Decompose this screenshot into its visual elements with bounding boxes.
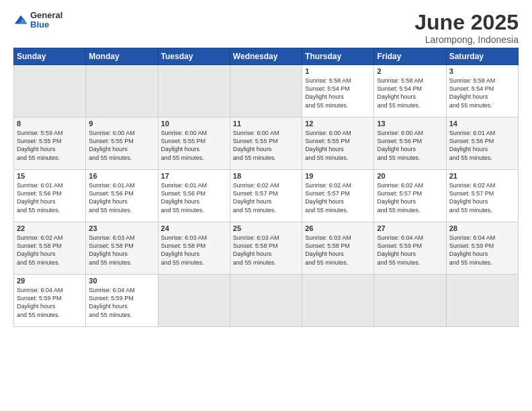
day-info: Sunrise: 6:00 AM Sunset: 5:55 PM Dayligh…: [89, 129, 154, 162]
table-row: 10 Sunrise: 6:00 AM Sunset: 5:55 PM Dayl…: [158, 118, 230, 170]
day-info: Sunrise: 6:01 AM Sunset: 5:56 PM Dayligh…: [161, 181, 227, 214]
day-number: 30: [89, 277, 154, 285]
table-row: 30 Sunrise: 6:04 AM Sunset: 5:59 PM Dayl…: [86, 275, 158, 327]
day-info: Sunrise: 6:04 AM Sunset: 5:59 PM Dayligh…: [449, 234, 515, 267]
day-number: 11: [233, 120, 299, 128]
calendar-week-row: 29 Sunrise: 6:04 AM Sunset: 5:59 PM Dayl…: [14, 275, 519, 327]
day-info: Sunrise: 6:00 AM Sunset: 5:56 PM Dayligh…: [377, 129, 443, 162]
day-number: 26: [305, 224, 371, 232]
day-info: Sunrise: 6:00 AM Sunset: 5:55 PM Dayligh…: [305, 129, 371, 162]
day-number: 12: [305, 120, 371, 128]
col-monday: Monday: [86, 48, 158, 65]
day-info: Sunrise: 5:59 AM Sunset: 5:55 PM Dayligh…: [17, 129, 83, 162]
table-row: [302, 275, 374, 327]
col-friday: Friday: [374, 48, 446, 65]
day-info: Sunrise: 6:03 AM Sunset: 5:58 PM Dayligh…: [305, 234, 371, 267]
day-info: Sunrise: 6:02 AM Sunset: 5:57 PM Dayligh…: [449, 181, 515, 214]
day-number: 14: [449, 120, 515, 128]
calendar-week-row: 1 Sunrise: 5:58 AM Sunset: 5:54 PM Dayli…: [14, 65, 519, 118]
table-row: 8 Sunrise: 5:59 AM Sunset: 5:55 PM Dayli…: [14, 118, 86, 170]
location-title: Larompong, Indonesia: [13, 34, 519, 45]
day-number: 16: [89, 172, 154, 180]
table-row: [374, 275, 446, 327]
day-number: 2: [377, 67, 443, 75]
day-number: 25: [233, 224, 299, 232]
header-right: June 2025 Larompong, Indonesia: [13, 11, 519, 45]
day-info: Sunrise: 6:04 AM Sunset: 5:59 PM Dayligh…: [17, 286, 83, 319]
day-info: Sunrise: 6:00 AM Sunset: 5:55 PM Dayligh…: [161, 129, 227, 162]
col-tuesday: Tuesday: [158, 48, 230, 65]
day-number: 20: [377, 172, 443, 180]
table-row: 1 Sunrise: 5:58 AM Sunset: 5:54 PM Dayli…: [302, 65, 374, 118]
table-row: 27 Sunrise: 6:04 AM Sunset: 5:59 PM Dayl…: [374, 222, 446, 275]
day-info: Sunrise: 6:02 AM Sunset: 5:57 PM Dayligh…: [233, 181, 299, 214]
logo-blue-text: Blue: [30, 20, 62, 30]
col-wednesday: Wednesday: [230, 48, 302, 65]
logo-icon: [13, 13, 28, 28]
day-info: Sunrise: 6:01 AM Sunset: 5:56 PM Dayligh…: [17, 181, 83, 214]
logo-general-text: General: [30, 11, 62, 20]
month-title: June 2025: [13, 11, 519, 34]
day-info: Sunrise: 6:03 AM Sunset: 5:58 PM Dayligh…: [89, 234, 154, 267]
col-saturday: Saturday: [446, 48, 518, 65]
day-number: 18: [233, 172, 299, 180]
day-info: Sunrise: 6:03 AM Sunset: 5:58 PM Dayligh…: [161, 234, 227, 267]
day-number: 15: [17, 172, 83, 180]
table-row: 23 Sunrise: 6:03 AM Sunset: 5:58 PM Dayl…: [86, 222, 158, 275]
day-number: 28: [449, 224, 515, 232]
table-row: 15 Sunrise: 6:01 AM Sunset: 5:56 PM Dayl…: [14, 170, 86, 222]
day-info: Sunrise: 6:04 AM Sunset: 5:59 PM Dayligh…: [89, 286, 154, 319]
table-row: 16 Sunrise: 6:01 AM Sunset: 5:56 PM Dayl…: [86, 170, 158, 222]
col-sunday: Sunday: [14, 48, 86, 65]
page: General Blue June 2025 Larompong, Indone…: [0, 0, 532, 411]
day-info: Sunrise: 6:01 AM Sunset: 5:56 PM Dayligh…: [449, 129, 515, 162]
table-row: [14, 65, 86, 118]
logo: General Blue: [13, 11, 62, 30]
day-number: 17: [161, 172, 227, 180]
col-thursday: Thursday: [302, 48, 374, 65]
calendar-table: Sunday Monday Tuesday Wednesday Thursday…: [13, 48, 519, 327]
day-number: 23: [89, 224, 154, 232]
day-number: 22: [17, 224, 83, 232]
calendar-week-row: 15 Sunrise: 6:01 AM Sunset: 5:56 PM Dayl…: [14, 170, 519, 222]
day-number: 3: [449, 67, 515, 75]
table-row: 14 Sunrise: 6:01 AM Sunset: 5:56 PM Dayl…: [446, 118, 518, 170]
day-info: Sunrise: 6:02 AM Sunset: 5:57 PM Dayligh…: [305, 181, 371, 214]
table-row: 28 Sunrise: 6:04 AM Sunset: 5:59 PM Dayl…: [446, 222, 518, 275]
table-row: 13 Sunrise: 6:00 AM Sunset: 5:56 PM Dayl…: [374, 118, 446, 170]
day-info: Sunrise: 5:58 AM Sunset: 5:54 PM Dayligh…: [449, 77, 515, 109]
day-info: Sunrise: 6:02 AM Sunset: 5:57 PM Dayligh…: [377, 181, 443, 214]
table-row: 11 Sunrise: 6:00 AM Sunset: 5:55 PM Dayl…: [230, 118, 302, 170]
table-row: 26 Sunrise: 6:03 AM Sunset: 5:58 PM Dayl…: [302, 222, 374, 275]
day-info: Sunrise: 5:58 AM Sunset: 5:54 PM Dayligh…: [305, 77, 371, 109]
table-row: [158, 65, 230, 118]
table-row: 22 Sunrise: 6:02 AM Sunset: 5:58 PM Dayl…: [14, 222, 86, 275]
table-row: [230, 65, 302, 118]
day-info: Sunrise: 6:00 AM Sunset: 5:55 PM Dayligh…: [233, 129, 299, 162]
table-row: 3 Sunrise: 5:58 AM Sunset: 5:54 PM Dayli…: [446, 65, 518, 118]
table-row: [86, 65, 158, 118]
calendar-week-row: 8 Sunrise: 5:59 AM Sunset: 5:55 PM Dayli…: [14, 118, 519, 170]
day-info: Sunrise: 6:04 AM Sunset: 5:59 PM Dayligh…: [377, 234, 443, 267]
table-row: 19 Sunrise: 6:02 AM Sunset: 5:57 PM Dayl…: [302, 170, 374, 222]
table-row: 24 Sunrise: 6:03 AM Sunset: 5:58 PM Dayl…: [158, 222, 230, 275]
table-row: 2 Sunrise: 5:58 AM Sunset: 5:54 PM Dayli…: [374, 65, 446, 118]
day-number: 19: [305, 172, 371, 180]
day-number: 21: [449, 172, 515, 180]
table-row: [158, 275, 230, 327]
table-row: [446, 275, 518, 327]
calendar-week-row: 22 Sunrise: 6:02 AM Sunset: 5:58 PM Dayl…: [14, 222, 519, 275]
table-row: 25 Sunrise: 6:03 AM Sunset: 5:58 PM Dayl…: [230, 222, 302, 275]
table-row: 17 Sunrise: 6:01 AM Sunset: 5:56 PM Dayl…: [158, 170, 230, 222]
day-info: Sunrise: 5:58 AM Sunset: 5:54 PM Dayligh…: [377, 77, 443, 109]
table-row: 9 Sunrise: 6:00 AM Sunset: 5:55 PM Dayli…: [86, 118, 158, 170]
day-info: Sunrise: 6:02 AM Sunset: 5:58 PM Dayligh…: [17, 234, 83, 267]
day-number: 10: [161, 120, 227, 128]
day-number: 24: [161, 224, 227, 232]
calendar-header-row: Sunday Monday Tuesday Wednesday Thursday…: [14, 48, 519, 65]
day-number: 8: [17, 120, 83, 128]
day-number: 27: [377, 224, 443, 232]
day-number: 1: [305, 67, 371, 75]
table-row: 29 Sunrise: 6:04 AM Sunset: 5:59 PM Dayl…: [14, 275, 86, 327]
table-row: 20 Sunrise: 6:02 AM Sunset: 5:57 PM Dayl…: [374, 170, 446, 222]
